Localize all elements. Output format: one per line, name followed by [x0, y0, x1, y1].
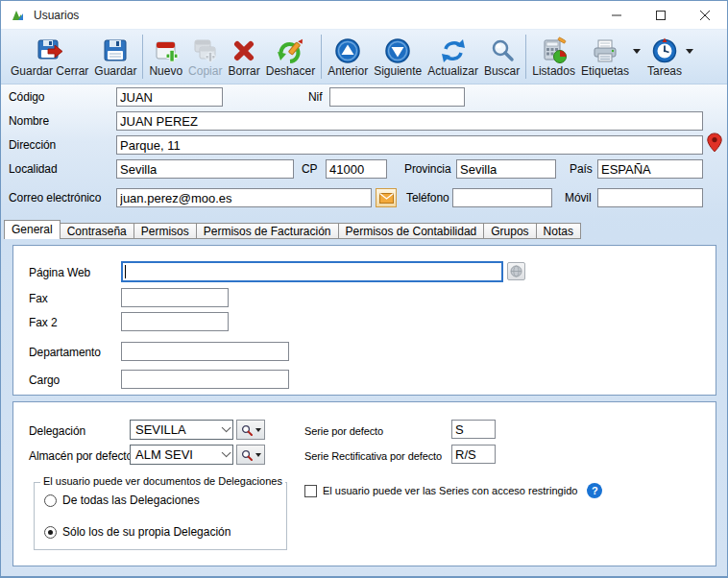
tab-permisos-facturacion[interactable]: Permisos de Facturación [196, 223, 339, 239]
delegaciones-groupbox: El usuario puede ver documentos de Deleg… [34, 482, 287, 550]
movil-input[interactable] [597, 188, 703, 207]
toolbar-button-etiquetas[interactable]: Etiquetas [578, 35, 632, 80]
open-web-button[interactable] [507, 262, 525, 280]
new-icon [152, 36, 181, 65]
toolbar-button-actualizar[interactable]: Actualizar [425, 35, 481, 80]
toolbar-separator [142, 35, 143, 79]
radio-option-propia-delegacion[interactable]: Sólo los de su propia Delegación [44, 525, 231, 539]
toolbar-button-label: Tareas [647, 65, 682, 78]
telefono-label: Teléfono [406, 188, 449, 207]
correo-label: Correo electrónico [9, 188, 101, 207]
nif-input[interactable] [329, 87, 465, 107]
pais-input[interactable] [597, 159, 703, 179]
toolbar-button-guardar[interactable]: Guardar [91, 35, 139, 80]
window-title: Usuarios [34, 9, 79, 22]
delegacion-label: Delegación [29, 421, 85, 441]
direccion-label: Dirección [9, 135, 56, 155]
toolbar-button-nuevo[interactable]: Nuevo [146, 35, 185, 80]
send-email-button[interactable] [376, 188, 397, 207]
toolbar-button-label: Buscar [484, 65, 520, 78]
tab-general[interactable]: General [4, 220, 61, 239]
map-pin-icon[interactable] [706, 132, 723, 153]
tareas-dropdown-arrow[interactable] [686, 49, 693, 54]
tab-contrasena[interactable]: Contraseña [60, 223, 134, 239]
tab-grupos[interactable]: Grupos [483, 223, 536, 239]
toolbar-button-label: Copiar [188, 65, 222, 78]
toolbar-separator [321, 35, 322, 79]
departamento-input[interactable] [121, 342, 289, 361]
refresh-icon [439, 36, 468, 65]
movil-label: Móvil [565, 188, 592, 207]
fax2-input[interactable] [121, 312, 229, 331]
undo-icon [276, 36, 304, 65]
magnifier-icon [241, 424, 253, 436]
fax-input[interactable] [121, 288, 229, 307]
tasks-clock-icon [650, 36, 679, 65]
envelope-icon [379, 193, 394, 204]
delegacion-select[interactable]: SEVILLA [130, 420, 233, 440]
pagina-web-label: Página Web [29, 263, 90, 282]
search-icon [488, 36, 517, 65]
toolbar-button-label: Guardar Cerrar [11, 65, 88, 78]
toolbar-button-label: Guardar [94, 65, 136, 78]
toolbar-button-buscar[interactable]: Buscar [481, 35, 522, 80]
almacen-search-button[interactable] [236, 445, 265, 465]
serie-defecto-input[interactable] [451, 420, 496, 439]
globe-icon [510, 265, 522, 277]
tab-permisos[interactable]: Permisos [133, 223, 197, 239]
almacen-select[interactable]: ALM SEVI [130, 445, 233, 465]
toolbar-button-tareas[interactable]: Tareas [644, 35, 685, 80]
nombre-label: Nombre [9, 111, 49, 131]
radio-option-todas-delegaciones[interactable]: De todas las Delegaciones [44, 494, 200, 507]
fax2-label: Fax 2 [29, 313, 58, 332]
tabbar: General Contraseña Permisos Permisos de … [4, 220, 581, 239]
departamento-label: Departamento [29, 343, 101, 362]
localidad-input[interactable] [116, 159, 294, 179]
usuarios-window: Usuarios Guardar Cerrar [0, 0, 728, 578]
close-button[interactable] [683, 1, 727, 30]
labels-printer-icon [591, 36, 619, 65]
toolbar-button-guardar-cerrar[interactable]: Guardar Cerrar [8, 35, 91, 80]
dropdown-arrow-icon [255, 453, 261, 457]
etiquetas-dropdown-arrow[interactable] [633, 49, 641, 54]
delegaciones-groupbox-title: El usuario puede ver documentos de Deleg… [40, 475, 285, 487]
app-logo-icon [11, 8, 26, 23]
copy-icon [191, 36, 220, 65]
chevron-down-icon [222, 447, 231, 457]
nombre-input[interactable] [116, 111, 703, 131]
toolbar-button-deshacer[interactable]: Deshacer [263, 35, 318, 80]
toolbar-button-siguiente[interactable]: Siguiente [371, 35, 425, 80]
correo-input[interactable] [116, 188, 372, 207]
toolbar-button-label: Actualizar [427, 65, 478, 78]
telefono-input[interactable] [452, 188, 552, 207]
serie-rectificativa-input[interactable] [451, 445, 496, 464]
localidad-label: Localidad [9, 159, 57, 179]
help-icon[interactable]: ? [587, 483, 602, 498]
tab-permisos-contabilidad[interactable]: Permisos de Contabilidad [338, 223, 485, 239]
next-icon [383, 36, 412, 65]
general-contact-panel: Página Web Fax Fax 2 Departamento Cargo [12, 245, 716, 396]
cp-input[interactable] [326, 159, 387, 179]
toolbar-button-borrar[interactable]: Borrar [225, 35, 262, 80]
toolbar-button-label: Anterior [328, 65, 368, 78]
provincia-input[interactable] [456, 159, 556, 179]
codigo-input[interactable] [116, 87, 223, 107]
direccion-input[interactable] [116, 135, 703, 155]
cargo-input[interactable] [121, 370, 289, 389]
delegacion-search-button[interactable] [236, 420, 265, 440]
fax-label: Fax [29, 289, 48, 308]
maximize-button[interactable] [639, 1, 683, 30]
radio-unchecked-icon [44, 494, 57, 507]
text-caret [125, 265, 126, 278]
checkbox-label: El usuario puede ver las Series con acce… [323, 485, 577, 496]
pagina-web-input[interactable] [121, 261, 503, 282]
toolbar-button-anterior[interactable]: Anterior [325, 35, 371, 80]
tab-notas[interactable]: Notas [536, 223, 581, 239]
radio-label: Sólo los de su propia Delegación [62, 525, 231, 539]
toolbar-button-listados[interactable]: Listados [529, 35, 578, 80]
radio-checked-icon [44, 526, 57, 539]
series-restringidas-checkbox-row[interactable]: El usuario puede ver las Series con acce… [304, 483, 602, 498]
checkbox-unchecked-icon [304, 485, 317, 497]
minimize-button[interactable] [595, 1, 639, 30]
toolbar-button-copiar[interactable]: Copiar [185, 35, 225, 80]
